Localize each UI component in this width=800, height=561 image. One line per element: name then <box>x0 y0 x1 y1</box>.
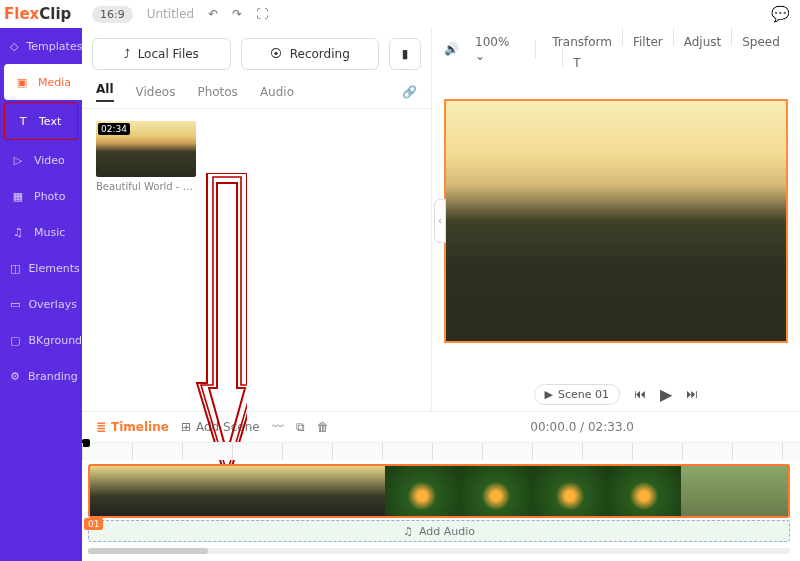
record-icon: ⦿ <box>270 47 282 61</box>
tab-videos[interactable]: Videos <box>136 85 176 99</box>
video-track[interactable] <box>88 464 790 518</box>
toolbar-transform[interactable]: Transform <box>552 35 612 49</box>
chat-icon[interactable]: 💬 <box>771 5 790 23</box>
play-button[interactable]: ▶ <box>660 385 672 404</box>
phone-button[interactable]: ▮ <box>389 38 421 70</box>
sidebar-item-bkground[interactable]: ▢BKground <box>0 322 82 358</box>
branding-icon: ⚙ <box>10 368 20 384</box>
timeline-scrollbar[interactable] <box>88 548 790 554</box>
add-scene-button[interactable]: ⊞Add Scene <box>181 420 260 434</box>
local-files-button[interactable]: ⤴Local Files <box>92 38 231 70</box>
logo: FlexClip <box>0 0 82 28</box>
upload-icon: ⤴ <box>124 47 130 61</box>
toolbar-adjust[interactable]: Adjust <box>684 35 722 49</box>
templates-icon: ◇ <box>10 38 18 54</box>
timeline: ≣Timeline ⊞Add Scene 〰 ⧉ 🗑 00:00.0 / 02:… <box>82 411 800 561</box>
playhead[interactable] <box>82 439 90 447</box>
redo-icon[interactable]: ↷ <box>232 7 242 21</box>
sidebar-item-label: Elements <box>28 262 79 275</box>
overlays-icon: ▭ <box>10 296 20 312</box>
media-thumbnail[interactable]: 02:34 Beautiful World - W...].mp4 <box>96 121 196 192</box>
sidebar-item-label: Media <box>38 76 71 89</box>
tab-audio[interactable]: Audio <box>260 85 294 99</box>
bkground-icon: ▢ <box>10 332 20 348</box>
media-panel: ⤴Local Files ⦿Recording ▮ AllVideosPhoto… <box>82 28 432 411</box>
link-off-icon[interactable]: 🔗 <box>402 85 417 99</box>
prev-icon[interactable]: ⏮ <box>634 387 646 401</box>
sidebar-item-label: Photo <box>34 190 65 203</box>
sidebar-item-label: Music <box>34 226 65 239</box>
copy-icon[interactable]: ⧉ <box>296 420 305 434</box>
fullscreen-icon[interactable]: ⛶ <box>256 7 268 21</box>
zoom-level[interactable]: 100% ⌄ <box>475 35 519 63</box>
topbar: 16:9 Untitled ↶ ↷ ⛶ 💬 <box>82 0 800 28</box>
tab-all[interactable]: All <box>96 82 114 102</box>
scrollbar-thumb[interactable] <box>88 548 208 554</box>
tab-photos[interactable]: Photos <box>197 85 237 99</box>
playback-controls: ▶Scene 01 ⏮ ▶ ⏭ <box>432 377 800 411</box>
sidebar-item-media[interactable]: ▣Media <box>4 64 82 100</box>
sidebar-item-label: Video <box>34 154 65 167</box>
scene-button[interactable]: ▶Scene 01 <box>534 384 621 405</box>
sidebar-item-label: BKground <box>28 334 82 347</box>
recording-button[interactable]: ⦿Recording <box>241 38 380 70</box>
delete-icon[interactable]: 🗑 <box>317 420 329 434</box>
sidebar-item-elements[interactable]: ◫Elements <box>0 250 82 286</box>
video-preview[interactable] <box>446 101 786 341</box>
music-note-icon: ♫ <box>403 525 413 538</box>
play-icon: ▶ <box>545 388 553 401</box>
timeline-ruler[interactable] <box>82 442 800 460</box>
time-display: 00:00.0 / 02:33.0 <box>530 420 634 434</box>
elements-icon: ◫ <box>10 260 20 276</box>
aspect-ratio-badge[interactable]: 16:9 <box>92 6 133 23</box>
toolbar-t[interactable]: T <box>573 56 580 70</box>
clip-index: 01 <box>84 518 103 530</box>
media-tabs: AllVideosPhotosAudio 🔗 <box>82 76 431 109</box>
sidebar-item-label: Templates <box>26 40 82 53</box>
project-title[interactable]: Untitled <box>147 7 194 21</box>
sidebar-item-label: Branding <box>28 370 78 383</box>
sidebar-item-overlays[interactable]: ▭Overlays <box>0 286 82 322</box>
sidebar-item-text[interactable]: TText <box>4 102 78 140</box>
media-icon: ▣ <box>14 74 30 90</box>
panel-collapse-handle[interactable]: ‹ <box>434 199 446 243</box>
next-icon[interactable]: ⏭ <box>686 387 698 401</box>
preview-area: 🔊 100% ⌄ TransformFilterAdjustSpeedT ‹ ▶… <box>432 28 800 411</box>
sidebar-item-video[interactable]: ▷Video <box>0 142 82 178</box>
music-icon: ♫ <box>10 224 26 240</box>
sidebar-item-branding[interactable]: ⚙Branding <box>0 358 82 394</box>
text-icon: T <box>15 113 31 129</box>
toolbar-filter[interactable]: Filter <box>633 35 663 49</box>
toolbar-speed[interactable]: Speed <box>742 35 780 49</box>
sidebar-item-label: Overlays <box>28 298 77 311</box>
sidebar-item-music[interactable]: ♫Music <box>0 214 82 250</box>
plus-icon: ⊞ <box>181 420 191 434</box>
thumbnail-name: Beautiful World - W...].mp4 <box>96 181 196 192</box>
undo-icon[interactable]: ↶ <box>208 7 218 21</box>
add-audio-button[interactable]: ♫Add Audio <box>88 520 790 542</box>
volume-icon[interactable]: 🔊 <box>444 42 459 56</box>
thumbnail-duration: 02:34 <box>98 123 130 135</box>
sidebar-item-templates[interactable]: ◇Templates <box>0 28 82 64</box>
timeline-icon: ≣ <box>96 420 106 434</box>
video-icon: ▷ <box>10 152 26 168</box>
photo-icon: ▦ <box>10 188 26 204</box>
sidebar-item-photo[interactable]: ▦Photo <box>0 178 82 214</box>
split-icon[interactable]: 〰 <box>272 420 284 434</box>
phone-icon: ▮ <box>402 47 409 61</box>
timeline-mode-button[interactable]: ≣Timeline <box>96 420 169 434</box>
sidebar-item-label: Text <box>39 115 61 128</box>
